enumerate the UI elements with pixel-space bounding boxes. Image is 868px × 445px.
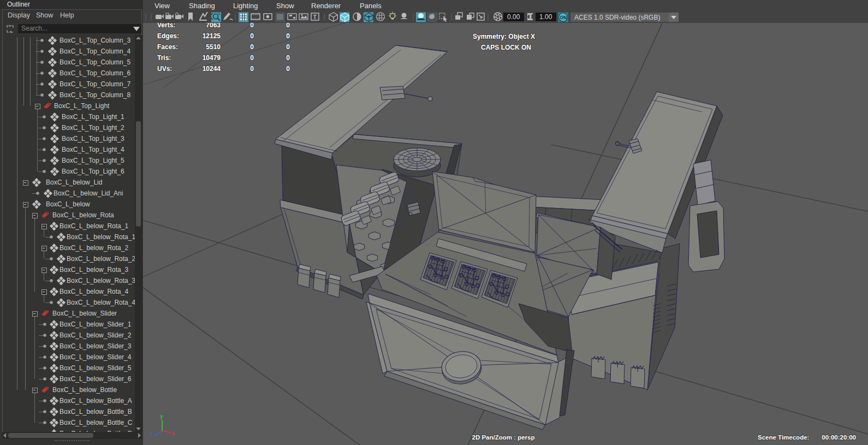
- svg-text:5510: 5510: [206, 43, 221, 51]
- svg-text:BoxC_L_Top_Light_3: BoxC_L_Top_Light_3: [62, 135, 124, 143]
- svg-text:0: 0: [250, 65, 254, 73]
- svg-text:Tris:: Tris:: [157, 54, 171, 62]
- svg-text:BoxC_L_Top_Light_2: BoxC_L_Top_Light_2: [62, 124, 124, 132]
- svg-text:BoxC_L_below_Slider_1: BoxC_L_below_Slider_1: [60, 321, 132, 328]
- svg-text:View: View: [154, 2, 170, 10]
- svg-text:0: 0: [250, 43, 254, 51]
- svg-text:BoxC_L_below_Rota_1_eff: BoxC_L_below_Rota_1_eff: [67, 233, 143, 241]
- svg-text:0: 0: [286, 65, 290, 73]
- svg-text:BoxC_L_below_Rota_3_eff: BoxC_L_below_Rota_3_eff: [67, 277, 143, 284]
- svg-text:Lighting: Lighting: [233, 2, 258, 10]
- svg-text:BoxC_L_below_Bottle_B: BoxC_L_below_Bottle_B: [60, 408, 132, 416]
- svg-text:BoxC_L_below_Rota_1: BoxC_L_below_Rota_1: [60, 222, 128, 230]
- svg-text:0.00: 0.00: [507, 13, 520, 21]
- svg-text:BoxC_L_Top_Column_6: BoxC_L_Top_Column_6: [60, 69, 130, 77]
- svg-text:Scene Timecode:: Scene Timecode:: [758, 434, 809, 441]
- svg-text:BoxC_L_below_Slider_4: BoxC_L_below_Slider_4: [60, 353, 132, 361]
- svg-text:1.00: 1.00: [539, 13, 552, 21]
- svg-text:Show: Show: [276, 2, 294, 10]
- svg-text:BoxC_L_below_Bottle: BoxC_L_below_Bottle: [52, 386, 117, 394]
- svg-text:Renderer: Renderer: [311, 2, 341, 10]
- svg-text:ACES 1.0 SDR-video (sRGB): ACES 1.0 SDR-video (sRGB): [574, 14, 660, 21]
- svg-text:Panels: Panels: [360, 2, 382, 10]
- svg-text:BoxC_L_below_Rota_2: BoxC_L_below_Rota_2: [60, 244, 128, 252]
- svg-text:BoxC_L_below_Rota_4: BoxC_L_below_Rota_4: [60, 288, 128, 295]
- svg-text:BoxC_L_below_Bottle_A: BoxC_L_below_Bottle_A: [60, 397, 132, 405]
- svg-text:Faces:: Faces:: [157, 43, 178, 51]
- svg-text:0: 0: [250, 54, 254, 62]
- svg-text:UVs:: UVs:: [157, 65, 172, 73]
- svg-text:Symmetry: Object X: Symmetry: Object X: [473, 33, 535, 40]
- svg-text:BoxC_L_Top_Column_3: BoxC_L_Top_Column_3: [60, 37, 130, 44]
- svg-text:BoxC_L_below_Rota_4_eff: BoxC_L_below_Rota_4_eff: [67, 299, 143, 306]
- svg-text:00:00:20:00: 00:00:20:00: [822, 434, 856, 441]
- svg-text:T: T: [313, 14, 317, 20]
- svg-text:BoxC_L_below_Slider_5: BoxC_L_below_Slider_5: [60, 364, 132, 372]
- svg-text:BoxC_L_Top_Light_1: BoxC_L_Top_Light_1: [62, 113, 124, 121]
- svg-text:BoxC_L_below_Bottle_C: BoxC_L_below_Bottle_C: [60, 419, 133, 426]
- svg-text:2D Pan/Zoom : persp: 2D Pan/Zoom : persp: [472, 434, 534, 441]
- svg-text:0: 0: [286, 32, 290, 40]
- svg-text:BoxC_L_Top_Column_5: BoxC_L_Top_Column_5: [60, 58, 130, 66]
- svg-text:BoxC_L_below_Slider_3: BoxC_L_below_Slider_3: [60, 342, 132, 350]
- svg-text:x: x: [171, 430, 175, 436]
- svg-text:0: 0: [286, 54, 290, 62]
- svg-text:z: z: [150, 430, 152, 436]
- svg-text:BoxC_L_Top_Column_4: BoxC_L_Top_Column_4: [60, 48, 130, 55]
- svg-text:10479: 10479: [203, 54, 221, 62]
- svg-text:BoxC_L_below_Slider_2: BoxC_L_below_Slider_2: [60, 331, 132, 339]
- svg-text:y: y: [160, 413, 163, 419]
- svg-text:BoxC_L_Top_Light_6: BoxC_L_Top_Light_6: [62, 168, 124, 175]
- svg-text:BoxC_L_below_Rota: BoxC_L_below_Rota: [52, 211, 114, 219]
- svg-text:Edges:: Edges:: [157, 32, 179, 40]
- svg-text:BoxC_L_below_Rota_2_eff: BoxC_L_below_Rota_2_eff: [67, 255, 143, 263]
- svg-text:BoxC_L_Top_Light: BoxC_L_Top_Light: [54, 102, 110, 110]
- svg-text:BoxC_L_below_Lid: BoxC_L_below_Lid: [46, 179, 102, 186]
- svg-text:CAPS LOCK ON: CAPS LOCK ON: [481, 44, 531, 51]
- svg-text:BoxC_L_below_Lid_Ani: BoxC_L_below_Lid_Ani: [53, 189, 123, 197]
- svg-text:BoxC_L_below: BoxC_L_below: [46, 200, 90, 208]
- svg-text:ON: ON: [560, 15, 567, 20]
- svg-text:BoxC_L_below_Slider_6: BoxC_L_below_Slider_6: [60, 375, 132, 383]
- svg-text:BoxC_L_Top_Column_7: BoxC_L_Top_Column_7: [60, 80, 130, 88]
- svg-text:BoxC_L_Top_Light_4: BoxC_L_Top_Light_4: [62, 146, 124, 153]
- svg-text:BoxC_L_below_Slider: BoxC_L_below_Slider: [52, 310, 117, 317]
- svg-text:0: 0: [286, 43, 290, 51]
- svg-text:12125: 12125: [203, 32, 221, 40]
- svg-text:BoxC_L_Top_Column_8: BoxC_L_Top_Column_8: [60, 91, 130, 99]
- svg-text:Shading: Shading: [189, 2, 215, 10]
- svg-text:0: 0: [250, 32, 254, 40]
- svg-text:BoxC_L_Top_Light_5: BoxC_L_Top_Light_5: [62, 157, 124, 164]
- svg-text:10244: 10244: [203, 65, 221, 73]
- svg-text:BoxC_L_below_Rota_3: BoxC_L_below_Rota_3: [60, 266, 128, 274]
